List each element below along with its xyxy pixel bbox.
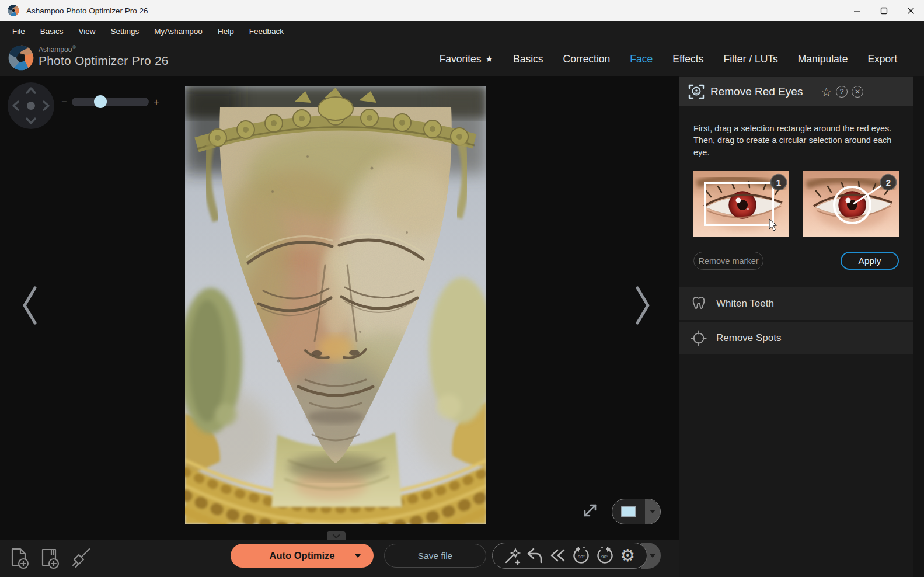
example-step-1: 1 <box>693 171 789 237</box>
undo-all-icon <box>549 547 567 565</box>
zoom-slider-handle[interactable] <box>94 95 107 108</box>
star-icon: ★ <box>486 54 493 64</box>
photo-canvas: − + <box>0 76 679 577</box>
minimize-button[interactable] <box>843 0 870 21</box>
example-thumbnails: 1 <box>693 171 899 237</box>
tool-label: Whiten Teeth <box>716 298 774 310</box>
add-folder-icon <box>40 547 61 570</box>
svg-text:90°: 90° <box>578 554 585 559</box>
gear-icon: ⚙ <box>620 547 635 564</box>
fullscreen-expand-button[interactable] <box>580 500 601 521</box>
remove-marker-button[interactable]: Remove marker <box>693 252 763 270</box>
maximize-button[interactable] <box>870 0 897 21</box>
remove-red-eyes-header: Remove Red Eyes ☆ ? ✕ <box>679 77 913 106</box>
next-image-button[interactable] <box>630 285 654 326</box>
panel-scroll-gutter[interactable] <box>913 76 924 577</box>
menu-item-help[interactable]: Help <box>210 21 242 42</box>
tooth-icon <box>689 295 708 312</box>
nav-tab-manipulate[interactable]: Manipulate <box>798 53 848 65</box>
menu-item-basics[interactable]: Basics <box>33 21 71 42</box>
view-mode-dropdown[interactable] <box>645 499 660 524</box>
photo-image[interactable] <box>185 86 486 524</box>
favorite-star-icon[interactable]: ☆ <box>821 86 832 98</box>
menu-item-myashampoo[interactable]: MyAshampoo <box>147 21 210 42</box>
menu-item-feedback[interactable]: Feedback <box>242 21 291 42</box>
zoom-slider[interactable] <box>72 98 149 106</box>
view-mode-current <box>612 499 645 524</box>
rotate-right-button[interactable]: 90° <box>595 546 615 566</box>
clean-list-button[interactable] <box>68 545 93 572</box>
undo-icon <box>525 547 544 565</box>
title-bar: Ashampoo Photo Optimizer Pro 26 <box>0 0 924 21</box>
app-logo-icon <box>7 4 20 17</box>
undo-button[interactable] <box>525 546 545 566</box>
close-panel-icon[interactable]: ✕ <box>852 86 863 98</box>
app-window: Ashampoo Photo Optimizer Pro 26 File Bas… <box>0 0 924 577</box>
nav-tab-effects[interactable]: Effects <box>672 53 703 65</box>
minimize-icon <box>853 7 861 15</box>
window-title: Ashampoo Photo Optimizer Pro 26 <box>26 6 148 15</box>
expand-arrows-icon <box>580 500 601 521</box>
nav-tab-favorites[interactable]: Favorites★ <box>440 53 493 65</box>
brand-company: Ashampoo® <box>39 44 76 54</box>
panel-title: Remove Red Eyes <box>710 85 803 98</box>
save-file-button[interactable]: Save file <box>384 544 486 568</box>
brand-product: Photo Optimizer Pro 26 <box>39 54 169 68</box>
undo-all-button[interactable] <box>548 546 568 566</box>
broom-icon <box>69 547 92 570</box>
apply-button[interactable]: Apply <box>841 252 899 270</box>
nav-tab-correction[interactable]: Correction <box>563 53 611 65</box>
magic-wand-button[interactable] <box>502 546 522 566</box>
crosshair-icon <box>689 329 708 347</box>
previous-image-button[interactable] <box>19 285 42 326</box>
rotate-left-icon: 90° <box>571 546 591 566</box>
nav-tab-basics[interactable]: Basics <box>513 53 543 65</box>
auto-optimize-label: Auto Optimize <box>270 550 335 561</box>
example-step-2: 2 <box>803 171 899 237</box>
menu-item-file[interactable]: File <box>5 21 33 42</box>
add-file-button[interactable] <box>7 545 33 572</box>
single-view-icon <box>621 506 636 517</box>
pan-control[interactable] <box>8 82 54 129</box>
help-icon[interactable]: ? <box>836 86 848 98</box>
panel-instructions: First, drag a selection rectangle around… <box>693 123 899 158</box>
zoom-in-icon[interactable]: + <box>153 97 160 107</box>
auto-optimize-button[interactable]: Auto Optimize <box>231 544 374 568</box>
rotate-right-icon: 90° <box>595 546 615 566</box>
quick-toolbar: 90° 90° ⚙ <box>492 543 647 569</box>
red-eye-tool-icon <box>688 84 705 100</box>
tool-row-whiten-teeth[interactable]: Whiten Teeth <box>679 287 913 320</box>
settings-button[interactable]: ⚙ <box>618 546 637 566</box>
brand-logo <box>7 44 35 72</box>
nav-tab-export[interactable]: Export <box>867 53 897 65</box>
view-mode-button[interactable] <box>612 499 661 524</box>
close-icon <box>907 7 915 15</box>
nav-tab-filter-luts[interactable]: Filter / LUTs <box>723 53 777 65</box>
svg-text:90°: 90° <box>601 554 608 559</box>
tool-list: Whiten Teeth Remove Spots <box>679 287 913 354</box>
add-file-icon <box>9 547 30 570</box>
chevron-down-icon <box>332 534 340 539</box>
save-file-label: Save file <box>418 551 452 561</box>
menu-item-view[interactable]: View <box>71 21 103 42</box>
chevron-left-icon <box>19 285 42 326</box>
step-badge: 1 <box>776 178 781 187</box>
bottom-bar: Auto Optimize Save file <box>0 540 679 577</box>
step-badge: 2 <box>886 178 891 187</box>
zoom-slider-row: − + <box>61 97 160 107</box>
menu-item-settings[interactable]: Settings <box>103 21 147 42</box>
main-nav: Favorites★ Basics Correction Face Effect… <box>440 42 897 76</box>
rotate-left-button[interactable]: 90° <box>571 546 591 566</box>
maximize-icon <box>880 7 888 15</box>
face-tools-panel: Remove Red Eyes ☆ ? ✕ First, drag a sele… <box>679 76 924 577</box>
magic-wand-icon <box>503 547 521 565</box>
tool-row-remove-spots[interactable]: Remove Spots <box>679 322 913 354</box>
add-folder-button[interactable] <box>37 545 63 572</box>
auto-optimize-dropdown-icon[interactable] <box>355 554 361 558</box>
nav-tab-face[interactable]: Face <box>630 53 653 65</box>
zoom-out-icon[interactable]: − <box>61 97 68 107</box>
close-button[interactable] <box>897 0 924 21</box>
chevron-right-icon <box>630 285 654 326</box>
panel-actions: Remove marker Apply <box>693 252 899 270</box>
menu-bar: File Basics View Settings MyAshampoo Hel… <box>0 21 924 42</box>
